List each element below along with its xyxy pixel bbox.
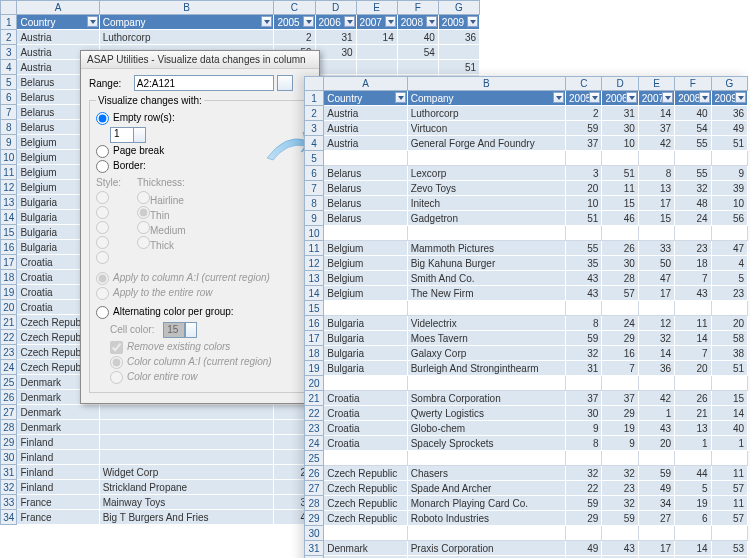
row-header[interactable]: 19	[305, 361, 324, 376]
col-header[interactable]: F	[397, 1, 438, 15]
table-header-cell[interactable]: 2007	[638, 91, 674, 106]
data-cell[interactable]: 20	[675, 361, 711, 376]
data-cell[interactable]: 36	[638, 361, 674, 376]
data-cell[interactable]: 55	[566, 241, 602, 256]
data-cell[interactable]: Bulgaria	[324, 316, 407, 331]
data-cell[interactable]: 48	[675, 196, 711, 211]
opt-empty-rows[interactable]: Empty row(s):	[96, 112, 304, 125]
row-header[interactable]: 14	[305, 286, 324, 301]
data-cell[interactable]: France	[17, 510, 99, 525]
data-cell[interactable]: 59	[566, 496, 602, 511]
blank-cell[interactable]	[675, 226, 711, 241]
row-header[interactable]: 3	[1, 45, 17, 60]
col-header[interactable]: A	[17, 1, 99, 15]
data-cell[interactable]: 44	[675, 466, 711, 481]
opt-page-break[interactable]: Page break	[96, 145, 304, 158]
data-cell[interactable]: 7	[602, 361, 638, 376]
row-header[interactable]: 22	[1, 330, 17, 345]
blank-cell[interactable]	[675, 301, 711, 316]
data-cell[interactable]: 56	[711, 211, 747, 226]
blank-cell[interactable]	[566, 301, 602, 316]
data-cell[interactable]: 42	[638, 391, 674, 406]
data-cell[interactable]	[99, 450, 274, 465]
range-input[interactable]	[134, 75, 274, 91]
data-cell[interactable]: 47	[638, 271, 674, 286]
filter-dropdown-icon[interactable]	[735, 92, 746, 103]
blank-cell[interactable]	[324, 451, 407, 466]
data-cell[interactable]: Austria	[324, 136, 407, 151]
row-header[interactable]: 12	[1, 180, 17, 195]
data-cell[interactable]: Zevo Toys	[407, 181, 565, 196]
data-cell[interactable]: Lexcorp	[407, 166, 565, 181]
data-cell[interactable]: 59	[566, 121, 602, 136]
row-header[interactable]: 4	[1, 60, 17, 75]
data-cell[interactable]: 8	[638, 166, 674, 181]
data-cell[interactable]: The New Firm	[407, 286, 565, 301]
data-cell[interactable]: 21	[675, 406, 711, 421]
row-header[interactable]: 2	[305, 106, 324, 121]
data-cell[interactable]: 14	[675, 541, 711, 556]
data-cell[interactable]: 19	[675, 496, 711, 511]
data-cell[interactable]: 43	[675, 286, 711, 301]
data-cell[interactable]: Belarus	[324, 166, 407, 181]
col-header[interactable]: G	[711, 77, 747, 91]
table-header-cell[interactable]: 2005	[566, 91, 602, 106]
col-header[interactable]: E	[356, 1, 397, 15]
data-cell[interactable]: 24	[675, 211, 711, 226]
row-header[interactable]: 32	[1, 480, 17, 495]
data-cell[interactable]: 13	[638, 181, 674, 196]
data-cell[interactable]: 1	[675, 436, 711, 451]
blank-cell[interactable]	[602, 451, 638, 466]
data-cell[interactable]: Czech Republic	[324, 511, 407, 526]
row-header[interactable]: 30	[305, 526, 324, 541]
data-cell[interactable]: 24	[602, 316, 638, 331]
data-cell[interactable]: 51	[566, 211, 602, 226]
data-cell[interactable]: 47	[711, 241, 747, 256]
row-header[interactable]: 20	[1, 300, 17, 315]
row-header[interactable]: 23	[1, 345, 17, 360]
empty-count-spinner[interactable]: 1	[110, 127, 146, 143]
filter-dropdown-icon[interactable]	[303, 16, 314, 27]
data-cell[interactable]: 49	[638, 481, 674, 496]
data-cell[interactable]: Widget Corp	[99, 465, 274, 480]
data-cell[interactable]: Strickland Propane	[99, 480, 274, 495]
row-header[interactable]: 6	[305, 166, 324, 181]
data-cell[interactable]: 2	[274, 30, 315, 45]
data-cell[interactable]: 43	[638, 421, 674, 436]
data-cell[interactable]: 30	[602, 121, 638, 136]
filter-dropdown-icon[interactable]	[699, 92, 710, 103]
row-header[interactable]: 24	[1, 360, 17, 375]
filter-dropdown-icon[interactable]	[426, 16, 437, 27]
row-header[interactable]: 1	[1, 15, 17, 30]
row-header[interactable]: 26	[305, 466, 324, 481]
data-cell[interactable]: 2	[566, 106, 602, 121]
row-header[interactable]: 5	[305, 151, 324, 166]
row-header[interactable]: 34	[1, 510, 17, 525]
spinner-buttons[interactable]	[133, 128, 145, 142]
data-cell[interactable]: Mainway Toys	[99, 495, 274, 510]
data-cell[interactable]: Finland	[17, 450, 99, 465]
data-cell[interactable]: 53	[711, 541, 747, 556]
row-header[interactable]: 5	[1, 75, 17, 90]
row-header[interactable]: 27	[1, 405, 17, 420]
blank-cell[interactable]	[675, 376, 711, 391]
data-cell[interactable]: 49	[711, 121, 747, 136]
blank-cell[interactable]	[324, 151, 407, 166]
row-header[interactable]: 28	[305, 496, 324, 511]
data-cell[interactable]: 1	[711, 436, 747, 451]
data-cell[interactable]: 8	[566, 436, 602, 451]
data-cell[interactable]: Roboto Industries	[407, 511, 565, 526]
blank-cell[interactable]	[711, 526, 747, 541]
data-cell[interactable]	[356, 60, 397, 75]
blank-cell[interactable]	[638, 301, 674, 316]
data-cell[interactable]: 16	[602, 346, 638, 361]
blank-cell[interactable]	[566, 226, 602, 241]
data-cell[interactable]: 9	[711, 166, 747, 181]
data-cell[interactable]: 35	[566, 256, 602, 271]
data-cell[interactable]: 37	[566, 391, 602, 406]
row-header[interactable]: 13	[305, 271, 324, 286]
row-header[interactable]: 13	[1, 195, 17, 210]
row-header[interactable]: 14	[1, 210, 17, 225]
data-cell[interactable]: 39	[711, 181, 747, 196]
data-cell[interactable]: Belgium	[324, 271, 407, 286]
